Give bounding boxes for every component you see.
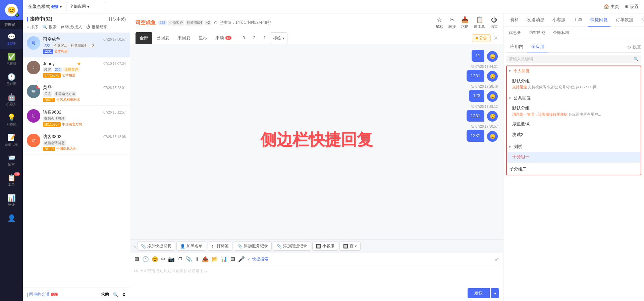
session-avatar: 黄 1: [27, 85, 40, 98]
folder-tool-icon[interactable]: 📂: [211, 256, 218, 262]
tab-label[interactable]: 标签 ▾: [270, 32, 287, 44]
app-selector[interactable]: 全部应用 ▾: [66, 2, 106, 11]
transfer-action-btn[interactable]: ✂ 转接: [448, 16, 456, 29]
tab-n2[interactable]: 2: [249, 32, 259, 44]
add-tag-btn[interactable]: 🏷 打标签: [208, 242, 232, 251]
chevron-left-icon[interactable]: ‹: [134, 244, 136, 249]
test-group-header[interactable]: ▼ 测试: [507, 142, 641, 152]
sidebar-item-chatlog[interactable]: 📝 会话记录: [0, 130, 23, 150]
create-order-btn[interactable]: 📋 建工单: [474, 16, 485, 29]
timer-tool-icon[interactable]: ⏱: [177, 256, 183, 262]
tab-unreplied[interactable]: 未回复: [173, 32, 195, 44]
message-group: 我 07/26 17:30:57 1231 😊: [136, 124, 498, 142]
test2-item[interactable]: 测试2: [507, 130, 641, 140]
sidebar-item-message[interactable]: 📨 留言: [0, 150, 23, 170]
sidebar-item-stats[interactable]: 📊 统计: [0, 190, 23, 211]
mode-selector[interactable]: 全聚合模式 13 ▾: [28, 4, 62, 10]
add-quick-reply-btn[interactable]: 📎 添加快捷回复: [137, 242, 175, 251]
public-default-item[interactable]: 默认分组 消息统一管理，让客服接待更便捷 各应用中所有用户...: [507, 103, 641, 119]
sort-btn[interactable]: ≡ 排序: [27, 24, 38, 30]
cut-tool-icon[interactable]: ✂: [161, 256, 165, 262]
image-tool-icon[interactable]: 🖼: [134, 256, 140, 262]
sidebar-item-received[interactable]: ✅ 已接待: [0, 49, 23, 70]
weiyu-test-item[interactable]: 咸鱼测试: [507, 119, 641, 130]
colleague-chat-btn[interactable]: | 同事的会话 85: [27, 292, 58, 297]
time-tool-icon[interactable]: 🕐: [142, 256, 149, 262]
emoji-tool-icon[interactable]: 😊: [152, 256, 158, 262]
qr-tab-all[interactable]: 全应用: [527, 42, 548, 52]
mic-tool-icon[interactable]: 🎤: [238, 256, 245, 262]
star-action-btn[interactable]: ☆ 星标: [436, 16, 443, 29]
session-item[interactable]: 司 司空成鱼 07/26 17:30:57 222 企微客... 标签测试4 +…: [23, 33, 130, 57]
tag: 中国南北方向: [54, 91, 76, 97]
send-dropdown-btn[interactable]: ▾: [491, 288, 499, 298]
rp-tab-send-msg[interactable]: 发送消息: [524, 13, 547, 27]
message-time: 我 07/26 17:28:46: [136, 84, 498, 89]
camera-tool-icon[interactable]: 📷: [168, 256, 175, 262]
public-reply-header[interactable]: ▼ 公共回复: [507, 93, 641, 103]
tab-n3[interactable]: 3: [238, 32, 249, 44]
help-action-btn[interactable]: 📥 求助: [461, 16, 469, 29]
tab-n1[interactable]: 1: [259, 32, 270, 44]
settings-icon-bottom[interactable]: ⚙: [122, 292, 126, 297]
sidebar-item-robot[interactable]: 🤖 机器人: [0, 90, 23, 110]
preview-badge: 28071: [43, 98, 55, 102]
add-followup-btn[interactable]: 📎 添加跟进记录: [273, 242, 311, 251]
add-service-btn[interactable]: 📎 添加服务记录: [234, 242, 272, 251]
rp-subtab-visitor-track[interactable]: 访客轨迹: [528, 30, 546, 36]
tab-unread[interactable]: 未读 13: [211, 32, 235, 44]
close-chat-btn[interactable]: ✕: [493, 35, 498, 41]
sidebar-item-ai[interactable]: 💡 AI客服: [0, 110, 23, 130]
announce-btn[interactable]: 公告: [472, 34, 491, 42]
search-icon-bottom[interactable]: 🔍: [113, 292, 118, 297]
nav-settings[interactable]: ⚙ 设置: [625, 4, 639, 10]
queue-info[interactable]: 排队中(6): [109, 16, 126, 22]
quick-search-checkbox[interactable]: ✓ 快捷搜索: [248, 256, 268, 262]
qr-tab-inner[interactable]: 应用内: [506, 42, 527, 52]
rp-tab-quick-reply[interactable]: 快捷回复: [588, 13, 610, 27]
arrow-down-icon: ▼: [508, 145, 512, 149]
sidebar-item-workorder[interactable]: 38 📋 工单: [0, 170, 23, 190]
export-tool-icon[interactable]: 📤: [202, 256, 209, 262]
session-item[interactable]: J Jenny ★ 07/10 15:07:34 顾客 222 金牌客户 377…: [23, 57, 130, 81]
tab-all[interactable]: 全部: [136, 32, 152, 44]
rp-tab-profile[interactable]: 资料: [507, 13, 522, 27]
pic-tool-icon[interactable]: 🖼: [230, 256, 235, 262]
rp-tab-small-service[interactable]: 小客服: [550, 13, 568, 27]
sub-group1-item[interactable]: 子分组一: [507, 152, 641, 163]
session-name-row: 访客9632 07/26 15:12:57: [43, 109, 126, 115]
attach-tool-icon[interactable]: 📎: [185, 256, 192, 262]
small-service-btn[interactable]: 🔲 小客服: [312, 242, 338, 251]
personal-reply-header[interactable]: ▼ 个人回复: [507, 66, 641, 76]
tab-starred[interactable]: 星标: [195, 32, 211, 44]
session-item[interactable]: 黄 1 黄磊 07/26 15:22:01 关注 中国南北方向 28071 全艺…: [23, 81, 130, 106]
sidebar-item-reception[interactable]: 💬 接待中: [0, 29, 23, 49]
qr-search-input[interactable]: [509, 57, 632, 61]
rp-tab-product[interactable]: 商品: [639, 13, 644, 27]
end-session-btn[interactable]: ⏻ 结束: [490, 16, 498, 29]
session-item[interactable]: 访 访客3802 07/26 15:12:08 微信会话消息 28110 中国南…: [23, 130, 130, 155]
upload-tool-icon[interactable]: ⬆: [195, 256, 199, 262]
help-btn[interactable]: 求助: [101, 292, 109, 297]
session-item[interactable]: 访 访客9632 07/26 15:12:57 微信会话消息 28110207 …: [23, 106, 130, 130]
rp-subtab-coupon[interactable]: 优惠券: [507, 30, 522, 36]
sidebar-item-user[interactable]: 👤: [0, 211, 23, 226]
personal-default-item[interactable]: 默认分组 支持渠道 支持视频号小店/公众号/小程序/ H5 / PC网...: [507, 76, 641, 92]
qr-settings-btn[interactable]: ⚙ 设置: [627, 44, 641, 50]
nav-home[interactable]: 🏠 主页: [604, 4, 619, 10]
input-box[interactable]: ctrl + v 或拖拽到此处可直接粘贴发送图片: [130, 265, 503, 286]
rp-subtab-wework[interactable]: 企微私域: [552, 30, 571, 36]
blacklist-btn[interactable]: 👤 加黑名单: [176, 242, 206, 251]
sub-group2-item[interactable]: 子分组二: [507, 164, 641, 175]
expand-icon[interactable]: ⤢: [495, 256, 499, 262]
rp-tab-order-data[interactable]: 订单数据: [613, 13, 636, 27]
sidebar-item-expired[interactable]: 🕐 已过期: [0, 70, 23, 90]
chart-tool-icon[interactable]: 📊: [221, 256, 227, 262]
tab-replied[interactable]: 已回复: [152, 32, 173, 44]
search-btn[interactable]: 🔍 搜索: [42, 24, 56, 30]
rp-tab-workorder[interactable]: 工单: [571, 13, 585, 27]
batch-end-btn[interactable]: ⏻ 批量结束: [86, 24, 107, 30]
transfer-btn[interactable]: ⇄ 转接/接入: [61, 24, 83, 30]
send-button[interactable]: 发送: [468, 288, 490, 298]
more-btn[interactable]: 🔲 百 >: [339, 242, 361, 251]
